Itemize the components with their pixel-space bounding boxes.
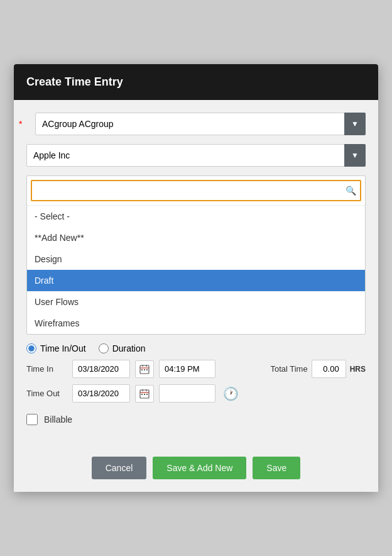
hrs-label: HRS — [350, 365, 366, 374]
company-select-wrapper: Apple Inc ▼ — [26, 144, 366, 167]
time-inout-radio-label[interactable]: Time In/Out — [26, 343, 86, 353]
billable-checkbox[interactable] — [26, 414, 38, 425]
save-add-new-button[interactable]: Save & Add New — [153, 457, 246, 479]
time-in-row: Time In Total Time HRS — [26, 360, 366, 378]
total-time-box: Total Time HRS — [270, 360, 366, 378]
time-in-date-input[interactable] — [72, 360, 130, 378]
billable-label[interactable]: Billable — [44, 414, 72, 425]
modal-header: Create Time Entry — [14, 64, 378, 100]
required-star: * — [19, 119, 22, 129]
svg-rect-4 — [141, 369, 143, 370]
project-search-input[interactable] — [31, 180, 361, 201]
svg-rect-6 — [146, 369, 148, 370]
search-icon: 🔍 — [346, 186, 356, 196]
modal-footer: Cancel Save & Add New Save — [14, 448, 378, 492]
duration-radio-label[interactable]: Duration — [99, 343, 146, 353]
time-out-calendar-icon[interactable] — [135, 385, 154, 403]
svg-rect-13 — [146, 394, 148, 395]
svg-rect-12 — [144, 394, 145, 395]
time-inout-radio[interactable] — [26, 343, 36, 353]
group-select[interactable]: ACgroup ACgroup — [35, 113, 366, 135]
company-select[interactable]: Apple Inc — [26, 144, 366, 167]
create-time-entry-modal: Create Time Entry * ACgroup ACgroup ▼ Ap… — [14, 64, 378, 492]
group-select-wrapper: ACgroup ACgroup ▼ — [35, 113, 366, 135]
time-type-radio-group: Time In/Out Duration — [26, 343, 366, 353]
billable-section: Billable — [26, 414, 366, 425]
project-dropdown-list: - Select - **Add New** Design Draft User… — [27, 205, 365, 334]
list-item[interactable]: Design — [27, 248, 365, 270]
list-item[interactable]: User Flows — [27, 291, 365, 313]
time-inout-label: Time In/Out — [40, 343, 86, 353]
total-time-input[interactable] — [312, 360, 346, 378]
duration-radio[interactable] — [99, 343, 109, 353]
clock-icon[interactable]: 🕐 — [223, 386, 239, 401]
time-in-calendar-icon[interactable] — [135, 360, 154, 378]
save-button[interactable]: Save — [253, 457, 300, 479]
list-item[interactable]: - Select - — [27, 206, 365, 227]
svg-rect-11 — [141, 394, 143, 395]
list-item[interactable]: **Add New** — [27, 227, 365, 248]
time-out-row: Time Out 🕐 — [26, 384, 366, 403]
time-out-date-input[interactable] — [72, 384, 130, 403]
duration-label: Duration — [112, 343, 146, 353]
list-item[interactable]: Wireframes — [27, 313, 365, 334]
group-form-group: * ACgroup ACgroup ▼ — [26, 113, 366, 135]
svg-rect-5 — [144, 369, 145, 370]
time-out-time-input[interactable] — [159, 384, 215, 403]
time-out-label: Time Out — [26, 389, 67, 398]
project-dropdown-container: 🔍 - Select - **Add New** Design Draft Us… — [26, 175, 366, 335]
modal-title: Create Time Entry — [26, 75, 123, 88]
company-form-group: Apple Inc ▼ — [26, 144, 366, 167]
time-in-label: Time In — [26, 364, 67, 374]
cancel-button[interactable]: Cancel — [92, 457, 147, 479]
total-time-label: Total Time — [270, 364, 307, 374]
time-in-time-input[interactable] — [159, 360, 215, 378]
modal-body: * ACgroup ACgroup ▼ Apple Inc ▼ 🔍 — [14, 100, 378, 448]
list-item-draft[interactable]: Draft — [27, 270, 365, 291]
project-search-wrapper: 🔍 — [27, 176, 365, 205]
